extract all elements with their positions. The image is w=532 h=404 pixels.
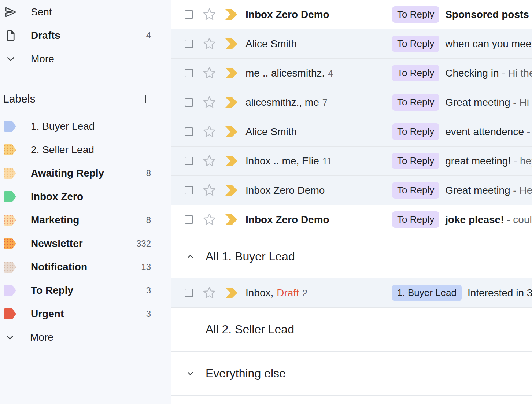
label-badge[interactable]: To Reply [392, 36, 439, 52]
sidebar-item[interactable]: More [0, 326, 171, 349]
chevron-down-icon[interactable] [185, 368, 195, 378]
sidebar-label-item[interactable]: 2. Seller Lead [0, 138, 171, 162]
star-icon[interactable] [203, 37, 216, 51]
sender-cell: Alice Smith [245, 38, 392, 50]
label-badge[interactable]: To Reply [392, 211, 439, 228]
star-icon[interactable] [203, 184, 216, 197]
importance-marker-icon[interactable] [225, 97, 237, 108]
email-row[interactable]: Inbox Zero Demo To Reply Sponsored posts… [171, 0, 532, 29]
section-header[interactable]: All 2. Seller Lead [171, 308, 532, 352]
sender-name: Inbox Zero Demo [245, 9, 329, 20]
thread-count: 4 [328, 68, 333, 78]
select-checkbox[interactable] [185, 127, 193, 136]
label-name: To Reply [31, 285, 73, 296]
label-badge[interactable]: To Reply [392, 65, 439, 81]
email-row[interactable]: alicesmithz., me7 To Reply Great meeting… [171, 88, 532, 117]
select-checkbox[interactable] [185, 40, 193, 48]
sidebar-label-item[interactable]: Urgent 3 [0, 302, 171, 326]
label-badge[interactable]: 1. Buyer Lead [392, 285, 462, 301]
sender-name: Inbox .. me, Elie [245, 155, 319, 167]
importance-marker-icon[interactable] [225, 156, 237, 166]
subject-text: Interested in 3-b [468, 287, 532, 299]
email-row[interactable]: Inbox,Draft2 1. Buyer Lead Interested in… [171, 278, 532, 308]
send-icon [4, 6, 17, 18]
importance-marker-icon[interactable] [225, 9, 237, 20]
importance-marker-icon[interactable] [225, 126, 237, 137]
label-tag-icon [4, 262, 16, 273]
email-row[interactable]: Alice Smith To Reply when can you meet [171, 29, 532, 59]
label-count: 8 [146, 168, 151, 178]
star-icon[interactable] [203, 96, 216, 109]
sidebar-item-label: Drafts [31, 30, 60, 41]
sidebar-label-item[interactable]: 1. Buyer Lead [0, 115, 171, 138]
email-row[interactable]: Alice Smith To Reply event attendence - … [171, 117, 532, 147]
importance-marker-icon[interactable] [225, 185, 237, 196]
sidebar-label-item[interactable]: To Reply 3 [0, 279, 171, 302]
snippet-dash: - [510, 97, 520, 108]
select-checkbox[interactable] [185, 186, 193, 194]
select-checkbox[interactable] [185, 157, 193, 165]
sidebar: Sent Drafts 4 More Labels 1. Buyer Lead … [0, 0, 171, 404]
sidebar-label-item[interactable]: Newsletter 332 [0, 232, 171, 255]
label-badge[interactable]: To Reply [392, 153, 439, 169]
sidebar-item-label: Sent [31, 6, 52, 18]
label-count: 8 [146, 215, 151, 225]
labels-header: Labels [0, 87, 171, 111]
email-row[interactable]: Inbox Zero Demo To Reply joke please! - … [171, 205, 532, 234]
sidebar-label-item[interactable]: Marketing 8 [0, 208, 171, 232]
label-name: 2. Seller Lead [31, 144, 94, 156]
section-header[interactable]: All 1. Buyer Lead [171, 234, 532, 278]
select-checkbox[interactable] [185, 289, 193, 297]
label-name: Notification [31, 261, 87, 273]
star-icon[interactable] [203, 286, 216, 300]
section-header[interactable]: Everything else [171, 352, 532, 396]
sender-name: Alice Smith [245, 126, 297, 137]
subject-line: great meeting! - hey [445, 155, 532, 167]
sender-cell: Inbox .. me, Elie11 [245, 155, 392, 167]
subject-text: Sponsored posts [445, 9, 529, 20]
star-icon[interactable] [203, 8, 216, 21]
snippet-text: Hi J [519, 97, 532, 108]
thread-count: 11 [322, 156, 332, 166]
snippet-dash: - [529, 9, 532, 20]
subject-text: event attendence [445, 126, 524, 137]
sidebar-label-item[interactable]: Awaiting Reply 8 [0, 162, 171, 185]
subject-line: Checking in - Hi ther [445, 67, 532, 79]
star-icon[interactable] [203, 154, 216, 168]
sidebar-label-item[interactable]: Notification 13 [0, 255, 171, 279]
subject-line: when can you meet [445, 38, 532, 50]
sender-draft-label: Draft [277, 287, 299, 299]
sidebar-item[interactable]: More [0, 47, 171, 71]
select-checkbox[interactable] [185, 98, 193, 107]
sidebar-item[interactable]: Drafts 4 [0, 24, 171, 47]
importance-marker-icon[interactable] [225, 38, 237, 49]
email-row[interactable]: Inbox .. me, Elie11 To Reply great meeti… [171, 147, 532, 176]
label-badge[interactable]: To Reply [392, 182, 439, 199]
star-icon[interactable] [203, 66, 216, 80]
sender-name: Inbox Zero Demo [245, 185, 325, 196]
sidebar-item[interactable]: Sent [0, 0, 171, 24]
select-checkbox[interactable] [185, 69, 193, 77]
chevron-up-icon[interactable] [185, 252, 195, 262]
subject-text: when can you meet [445, 38, 532, 49]
labels-heading: Labels [3, 93, 35, 105]
label-count: 332 [136, 238, 151, 249]
select-checkbox[interactable] [185, 215, 193, 224]
label-name: Awaiting Reply [31, 167, 104, 179]
snippet-dash: - [511, 155, 520, 167]
star-icon[interactable] [203, 213, 216, 226]
importance-marker-icon[interactable] [225, 68, 237, 78]
email-row[interactable]: me .. alicesmithz.4 To Reply Checking in… [171, 59, 532, 88]
importance-marker-icon[interactable] [225, 214, 237, 225]
star-icon[interactable] [203, 125, 216, 138]
sidebar-label-item[interactable]: Inbox Zero [0, 185, 171, 208]
create-label-button[interactable] [140, 93, 151, 104]
label-badge[interactable]: To Reply [392, 123, 439, 140]
select-checkbox[interactable] [185, 10, 193, 19]
label-badge[interactable]: To Reply [392, 94, 439, 111]
importance-marker-icon[interactable] [225, 288, 237, 298]
email-row[interactable]: Inbox Zero Demo To Reply Great meeting -… [171, 176, 532, 205]
label-badge[interactable]: To Reply [392, 6, 439, 23]
subject-line: Great meeting - Hi J [445, 97, 532, 108]
subject-line: Sponsored posts - [445, 9, 532, 21]
